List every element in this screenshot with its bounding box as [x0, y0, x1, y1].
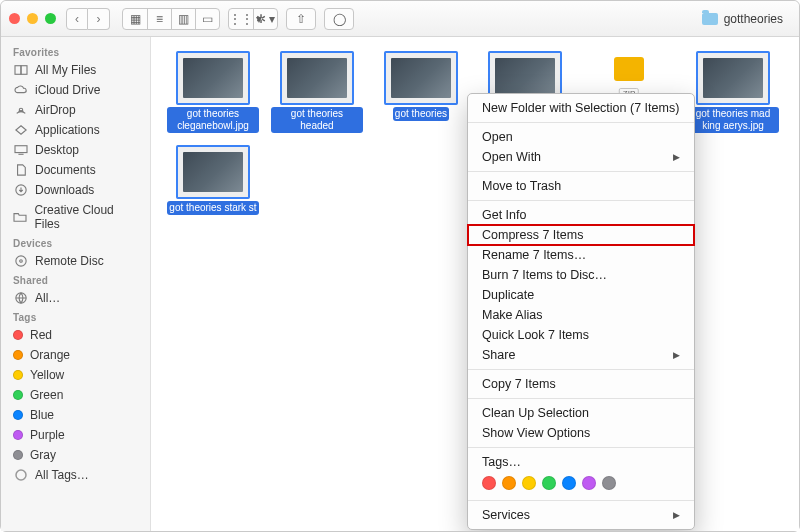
share-button[interactable]: ⇧	[286, 8, 316, 30]
sidebar-item[interactable]: Downloads	[1, 180, 150, 200]
menu-item-label: Clean Up Selection	[482, 406, 589, 420]
menu-tag-swatch[interactable]	[562, 476, 576, 490]
menu-item-label: New Folder with Selection (7 Items)	[482, 101, 679, 115]
menu-item[interactable]: Quick Look 7 Items	[468, 325, 694, 345]
sidebar-tag-item[interactable]: Blue	[1, 405, 150, 425]
svg-point-8	[16, 470, 26, 480]
sidebar-item[interactable]: Remote Disc	[1, 251, 150, 271]
nav-back-button[interactable]: ‹	[66, 8, 88, 30]
sidebar-item-label: AirDrop	[35, 103, 76, 117]
downloads-icon	[13, 184, 28, 196]
menu-tag-swatch[interactable]	[502, 476, 516, 490]
file-name-label: got theories	[393, 107, 449, 121]
window-controls	[9, 13, 56, 24]
menu-item[interactable]: Compress 7 Items	[468, 225, 694, 245]
menu-item-label: Quick Look 7 Items	[482, 328, 589, 342]
action-gear-button[interactable]: ✲ ▾	[253, 9, 277, 29]
sidebar-tags-all[interactable]: All Tags…	[1, 465, 150, 485]
zoom-window-button[interactable]	[45, 13, 56, 24]
titlebar-folder: gottheories	[702, 12, 783, 26]
menu-item[interactable]: Clean Up Selection	[468, 403, 694, 423]
image-thumbnail	[696, 51, 770, 105]
menu-item-label: Services	[482, 508, 530, 522]
menu-tag-colors	[468, 472, 694, 496]
menu-item[interactable]: Get Info	[468, 205, 694, 225]
menu-item[interactable]: Show View Options	[468, 423, 694, 443]
tag-color-icon	[13, 370, 23, 380]
close-window-button[interactable]	[9, 13, 20, 24]
menu-tag-swatch[interactable]	[522, 476, 536, 490]
all-tags-icon	[13, 469, 28, 481]
sidebar-tag-item[interactable]: Gray	[1, 445, 150, 465]
view-mode-segment: ▦ ≡ ▥ ▭	[122, 8, 220, 30]
file-item[interactable]: got theories headed	[271, 51, 363, 133]
sidebar-item[interactable]: Creative Cloud Files	[1, 200, 150, 234]
menu-item[interactable]: Copy 7 Items	[468, 374, 694, 394]
sidebar-item-label: All…	[35, 291, 60, 305]
airdrop-icon	[13, 104, 28, 116]
menu-tag-swatch[interactable]	[602, 476, 616, 490]
sidebar-item-label: Gray	[30, 448, 56, 462]
menu-item[interactable]: Duplicate	[468, 285, 694, 305]
menu-item-label: Make Alias	[482, 308, 542, 322]
sidebar-tag-item[interactable]: Green	[1, 385, 150, 405]
tags-button[interactable]: ◯	[324, 8, 354, 30]
sidebar-item-label: All Tags…	[35, 468, 89, 482]
menu-item-label: Share	[482, 348, 515, 362]
sidebar-item[interactable]: Applications	[1, 120, 150, 140]
file-browser[interactable]: got theories cleganebowl.jpggot theories…	[151, 37, 799, 531]
folder-icon	[702, 13, 718, 25]
view-list-button[interactable]: ≡	[147, 9, 171, 29]
sidebar-item-label: Creative Cloud Files	[34, 203, 138, 231]
nav-forward-button[interactable]: ›	[88, 8, 110, 30]
menu-item[interactable]: Rename 7 Items…	[468, 245, 694, 265]
menu-tag-swatch[interactable]	[582, 476, 596, 490]
sidebar-item[interactable]: Documents	[1, 160, 150, 180]
menu-tag-swatch[interactable]	[482, 476, 496, 490]
tag-color-icon	[13, 350, 23, 360]
menu-item[interactable]: Tags…	[468, 452, 694, 472]
menu-item[interactable]: Burn 7 Items to Disc…	[468, 265, 694, 285]
menu-tag-swatch[interactable]	[542, 476, 556, 490]
tag-color-icon	[13, 450, 23, 460]
sidebar-item[interactable]: All…	[1, 288, 150, 308]
menu-item[interactable]: Services	[468, 505, 694, 525]
menu-item-label: Show View Options	[482, 426, 590, 440]
menu-item-label: Get Info	[482, 208, 526, 222]
view-column-button[interactable]: ▥	[171, 9, 195, 29]
menu-item-label: Open With	[482, 150, 541, 164]
svg-rect-0	[15, 66, 21, 75]
sidebar-tag-item[interactable]: Red	[1, 325, 150, 345]
sidebar-item[interactable]: AirDrop	[1, 100, 150, 120]
menu-item[interactable]: Open	[468, 127, 694, 147]
file-item[interactable]: got theories stark st	[167, 145, 259, 215]
menu-item[interactable]: Make Alias	[468, 305, 694, 325]
sidebar-item[interactable]: All My Files	[1, 60, 150, 80]
menu-item[interactable]: Move to Trash	[468, 176, 694, 196]
file-item[interactable]: got theories	[375, 51, 467, 133]
sidebar-item-label: Documents	[35, 163, 96, 177]
desktop-icon	[13, 144, 28, 156]
sidebar-item-label: Orange	[30, 348, 70, 362]
menu-item[interactable]: Open With	[468, 147, 694, 167]
view-icon-button[interactable]: ▦	[123, 9, 147, 29]
svg-point-5	[15, 256, 25, 266]
sidebar-tag-item[interactable]: Purple	[1, 425, 150, 445]
menu-item[interactable]: Share	[468, 345, 694, 365]
file-item[interactable]: got theories cleganebowl.jpg	[167, 51, 259, 133]
menu-item-label: Tags…	[482, 455, 521, 469]
tag-color-icon	[13, 390, 23, 400]
sidebar-item[interactable]: Desktop	[1, 140, 150, 160]
file-item[interactable]: got theories mad king aerys.jpg	[687, 51, 779, 133]
sidebar-shared-header: Shared	[1, 271, 150, 288]
view-coverflow-button[interactable]: ▭	[195, 9, 219, 29]
minimize-window-button[interactable]	[27, 13, 38, 24]
file-name-label: got theories cleganebowl.jpg	[167, 107, 259, 133]
sidebar-item[interactable]: iCloud Drive	[1, 80, 150, 100]
sidebar-item-label: All My Files	[35, 63, 96, 77]
arrange-button[interactable]: ⋮⋮ ▾	[229, 9, 253, 29]
menu-item[interactable]: New Folder with Selection (7 Items)	[468, 98, 694, 118]
icloud-icon	[13, 84, 28, 96]
sidebar-tag-item[interactable]: Yellow	[1, 365, 150, 385]
sidebar-tag-item[interactable]: Orange	[1, 345, 150, 365]
